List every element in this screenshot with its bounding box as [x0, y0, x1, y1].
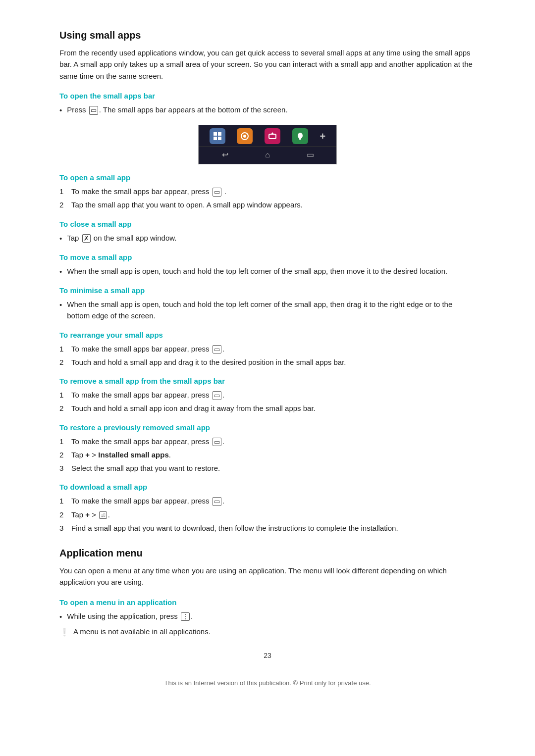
list-item: 1 To make the small apps bar appear, pre… [59, 495, 476, 506]
heading-minimise-app: To minimise a small app [59, 286, 476, 295]
svg-marker-7 [271, 132, 274, 134]
svg-rect-9 [299, 138, 301, 140]
list-restore-app: 1 To make the small apps bar appear, pre… [59, 436, 476, 474]
list-item: 1 To make the small apps bar appear, pre… [59, 186, 476, 197]
app-icon-grid [210, 128, 225, 144]
svg-rect-0 [214, 132, 217, 136]
small-apps-title: Using small apps [59, 30, 476, 41]
screenshot-container: + ↩ ⌂ ▭ [59, 125, 476, 164]
small-apps-btn-icon: ▭ [213, 497, 221, 506]
subsection-open-app: To open a small app 1 To make the small … [59, 173, 476, 211]
subsection-minimise-app: To minimise a small app • When the small… [59, 286, 476, 322]
small-apps-section: Using small apps From the recently used … [59, 30, 476, 534]
small-apps-button-icon: ▭ [89, 106, 98, 115]
svg-rect-6 [269, 134, 276, 139]
list-open-app: 1 To make the small apps bar appear, pre… [59, 186, 476, 211]
application-menu-section: Application menu You can open a menu at … [59, 548, 476, 637]
list-item: 2 Tap + > ↓⃝. [59, 509, 476, 520]
svg-rect-2 [214, 137, 217, 140]
small-apps-intro: From the recently used applications wind… [59, 47, 476, 82]
svg-point-5 [243, 135, 246, 138]
heading-restore-app: To restore a previously removed small ap… [59, 423, 476, 432]
small-apps-btn-icon: ▭ [213, 188, 221, 197]
download-icon: ↓⃝ [99, 511, 107, 519]
page-number: 23 [59, 652, 476, 659]
menu-note: ❕ A menu is not available in all applica… [59, 627, 476, 637]
bullet-open-bar-1: • Press ▭. The small apps bar appears at… [59, 104, 476, 116]
heading-open-menu: To open a menu in an application [59, 598, 476, 606]
svg-rect-3 [218, 137, 221, 140]
list-remove-app: 1 To make the small apps bar appear, pre… [59, 389, 476, 414]
subsection-open-bar: To open the small apps bar • Press ▭. Th… [59, 92, 476, 116]
heading-open-app: To open a small app [59, 173, 476, 182]
heading-move-app: To move a small app [59, 253, 476, 261]
nav-recents-icon: ▭ [303, 150, 317, 159]
subsection-download-app: To download a small app 1 To make the sm… [59, 483, 476, 534]
bullet-move-app-1: • When the small app is open, touch and … [59, 265, 476, 277]
subsection-restore-app: To restore a previously removed small ap… [59, 423, 476, 474]
application-menu-intro: You can open a menu at any time when you… [59, 565, 476, 588]
svg-point-8 [298, 133, 303, 139]
app-icon-orange [237, 128, 253, 144]
bullet-open-menu-1: • While using the application, press ⋮. [59, 610, 476, 622]
heading-download-app: To download a small app [59, 483, 476, 491]
list-download-app: 1 To make the small apps bar appear, pre… [59, 495, 476, 534]
bullet-dot: • [59, 266, 62, 277]
bullet-minimise-app-1: • When the small app is open, touch and … [59, 299, 476, 322]
subsection-rearrange-apps: To rearrange your small apps 1 To make t… [59, 331, 476, 368]
screenshot-row-apps: + [199, 125, 336, 146]
list-item: 3 Select the small app that you want to … [59, 462, 476, 474]
close-icon: ✗ [82, 234, 91, 243]
bullet-close-app-1: • Tap ✗ on the small app window. [59, 232, 476, 244]
list-rearrange-apps: 1 To make the small apps bar appear, pre… [59, 343, 476, 368]
list-item: 2 Tap the small app that you want to ope… [59, 199, 476, 210]
menu-button-icon: ⋮ [181, 612, 190, 620]
nav-home-icon: ⌂ [261, 151, 274, 159]
app-icon-green [292, 128, 308, 144]
svg-rect-1 [218, 132, 221, 136]
menu-note-text: A menu is not available in all applicati… [73, 627, 211, 636]
subsection-close-app: To close a small app • Tap ✗ on the smal… [59, 220, 476, 244]
list-item: 2 Touch and hold a small app and drag it… [59, 356, 476, 368]
list-item: 1 To make the small apps bar appear, pre… [59, 343, 476, 354]
page-content: Using small apps From the recently used … [59, 30, 476, 687]
heading-open-bar: To open the small apps bar [59, 92, 476, 100]
bullet-dot: • [59, 233, 62, 244]
list-item: 2 Tap + > Installed small apps. [59, 449, 476, 460]
application-menu-title: Application menu [59, 548, 476, 559]
small-apps-btn-icon: ▭ [213, 391, 221, 400]
nav-back-icon: ↩ [218, 150, 232, 159]
subsection-remove-app: To remove a small app from the small app… [59, 377, 476, 414]
list-item: 3 Find a small app that you want to down… [59, 522, 476, 534]
subsection-open-menu: To open a menu in an application • While… [59, 598, 476, 622]
small-apps-btn-icon: ▭ [213, 345, 221, 354]
screenshot-row-nav: ↩ ⌂ ▭ [199, 146, 336, 164]
heading-rearrange-apps: To rearrange your small apps [59, 331, 476, 339]
list-item: 1 To make the small apps bar appear, pre… [59, 389, 476, 401]
app-icon-pink [265, 128, 280, 144]
bullet-dot: • [59, 611, 62, 622]
heading-remove-app: To remove a small app from the small app… [59, 377, 476, 385]
app-plus-icon: + [320, 131, 325, 142]
screenshot-image: + ↩ ⌂ ▭ [198, 125, 337, 164]
bullet-dot: • [59, 104, 62, 116]
heading-close-app: To close a small app [59, 220, 476, 228]
bullet-dot: • [59, 299, 62, 310]
small-apps-btn-icon: ▭ [213, 438, 221, 447]
subsection-move-app: To move a small app • When the small app… [59, 253, 476, 277]
list-item: 2 Touch and hold a small app icon and dr… [59, 403, 476, 414]
page-footer: This is an Internet version of this publ… [59, 679, 476, 687]
exclamation-icon: ❕ [59, 627, 69, 637]
list-item: 1 To make the small apps bar appear, pre… [59, 436, 476, 447]
